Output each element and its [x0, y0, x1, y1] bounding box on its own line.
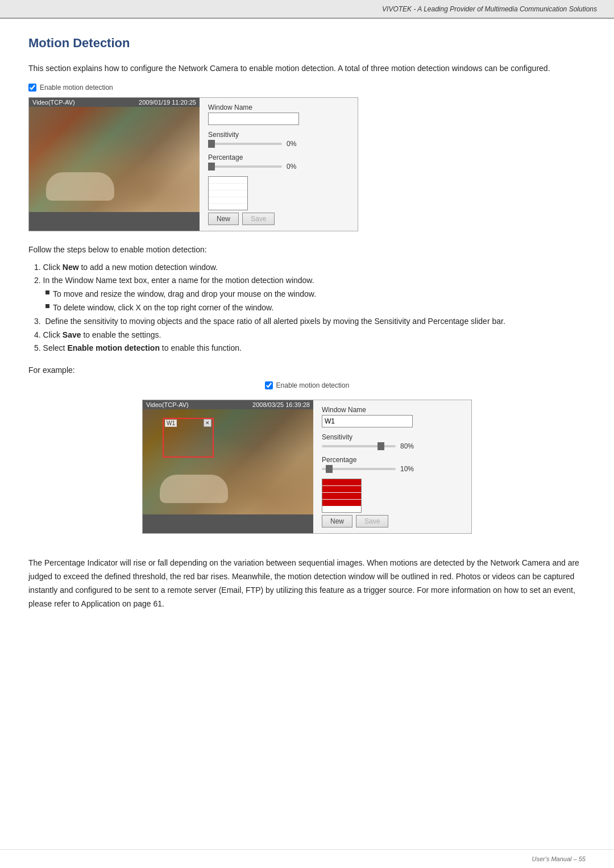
percentage-thumb-1[interactable] [208, 163, 215, 171]
list-row-red-1 [322, 479, 361, 486]
percentage-value-1: 0% [287, 163, 304, 171]
sub-step-2-text: To delete window, click X on the top rig… [53, 301, 273, 315]
controls-panel-1: Window Name Sensitivity 0% Percentage [200, 98, 358, 231]
bullet-2 [45, 304, 49, 308]
step-4: 4. Click Save to enable the settings. [34, 329, 586, 342]
window-name-group-1: Window Name [208, 103, 349, 125]
for-example-label: For example: [28, 366, 586, 375]
example-inner: Enable motion detection Video(TCP-AV) 20… [142, 381, 472, 545]
save-button-2[interactable]: Save [356, 515, 388, 528]
video-image-1 [29, 107, 200, 212]
header-title: VIVOTEK - A Leading Provider of Multimed… [382, 5, 597, 13]
list-row-red-2 [322, 486, 361, 493]
save-button-1[interactable]: Save [242, 213, 275, 225]
w1-label: W1 [165, 420, 177, 427]
list-row-3 [209, 190, 247, 197]
bullet-1 [45, 290, 49, 294]
new-button-1[interactable]: New [208, 213, 239, 225]
sensitivity-group-1: Sensitivity 0% [208, 131, 349, 148]
sensitivity-group-2: Sensitivity 80% [322, 433, 463, 450]
page-header: VIVOTEK - A Leading Provider of Multimed… [0, 0, 614, 19]
list-box-1 [208, 176, 248, 210]
sensitivity-label-1: Sensitivity [208, 131, 349, 139]
window-name-input-1[interactable] [208, 113, 299, 125]
sensitivity-slider-row-1: 0% [208, 140, 349, 148]
percentage-value-2: 10% [400, 465, 417, 473]
sensitivity-thumb-2[interactable] [377, 442, 384, 450]
sub-step-1-text: To move and resize the window, drag and … [53, 288, 316, 301]
sub-step-2: To delete window, click X on the top rig… [45, 301, 586, 315]
list-row-1 [209, 177, 247, 184]
sensitivity-value-1: 0% [287, 140, 304, 148]
video-header-1: Video(TCP-AV) 2009/01/19 11:20:25 [29, 98, 200, 107]
sensitivity-slider-row-2: 80% [322, 442, 463, 450]
page-footer: User's Manual – 55 [0, 849, 614, 868]
w1-close-button[interactable]: ✕ [204, 419, 211, 427]
footer-text: User's Manual – 55 [532, 855, 586, 862]
w1-detection-box: W1 ✕ [163, 418, 214, 458]
step-1: 1. Click New to add a new motion detecti… [34, 261, 586, 275]
steps-section: Follow the steps below to enable motion … [28, 243, 586, 355]
steps-intro: Follow the steps below to enable motion … [28, 243, 586, 257]
video-label-2: Video(TCP-AV) [146, 401, 189, 408]
list-and-buttons-2: New Save [322, 479, 463, 528]
video-timestamp-2: 2008/03/25 16:39:28 [252, 401, 310, 408]
percentage-track-1 [208, 165, 282, 168]
new-button-2[interactable]: New [322, 515, 352, 528]
list-row-red-4 [322, 500, 361, 506]
list-row-red-3 [322, 493, 361, 500]
percentage-thumb-2[interactable] [326, 465, 333, 473]
enable-motion-checkbox-row[interactable]: Enable motion detection [28, 84, 586, 92]
video-header-2: Video(TCP-AV) 2008/03/25 16:39:28 [143, 400, 313, 409]
percentage-slider-row-1: 0% [208, 163, 349, 171]
sub-step-1: To move and resize the window, drag and … [45, 288, 586, 301]
list-and-buttons-1: New Save [208, 176, 349, 225]
percentage-slider-row-2: 10% [322, 465, 463, 473]
enable-motion-checkbox-row-2[interactable]: Enable motion detection [265, 381, 350, 389]
step-3: 3. Define the sensitivity to moving obje… [34, 315, 586, 329]
page-title: Motion Detection [28, 36, 586, 51]
percentage-group-2: Percentage 10% [322, 456, 463, 473]
ui-panel-2: Video(TCP-AV) 2008/03/25 16:39:28 W1 ✕ [142, 400, 472, 534]
sensitivity-track-2 [322, 445, 396, 447]
enable-motion-checkbox-2[interactable] [265, 381, 273, 389]
enable-motion-label: Enable motion detection [40, 84, 113, 92]
ui-panel-1: Video(TCP-AV) 2009/01/19 11:20:25 Window… [28, 97, 358, 231]
intro-text: This section explains how to configure t… [28, 62, 586, 74]
video-panel-1: Video(TCP-AV) 2009/01/19 11:20:25 [29, 98, 200, 231]
btn-row-1: New Save [208, 213, 349, 225]
percentage-label-2: Percentage [322, 456, 463, 464]
percentage-group-1: Percentage 0% [208, 153, 349, 171]
step-5: 5. Select Enable motion detection to ena… [34, 342, 586, 355]
sensitivity-value-2: 80% [400, 442, 417, 450]
sensitivity-thumb-1[interactable] [208, 140, 215, 148]
sofa-shape-1 [46, 172, 114, 201]
controls-panel-2: Window Name Sensitivity 80% [313, 400, 471, 533]
list-row-2 [209, 184, 247, 190]
list-box-2 [322, 479, 362, 513]
percentage-label-1: Percentage [208, 153, 349, 161]
video-panel-2: Video(TCP-AV) 2008/03/25 16:39:28 W1 ✕ [143, 400, 313, 533]
step-2: 2. In the Window Name text box, enter a … [34, 274, 586, 288]
video-image-2: W1 ✕ [143, 409, 313, 514]
bottom-text: The Percentage Indicator will rise or fa… [28, 556, 586, 610]
window-name-input-2[interactable] [322, 415, 413, 427]
sensitivity-track-1 [208, 143, 282, 145]
list-row-4 [209, 197, 247, 204]
enable-motion-label-2: Enable motion detection [276, 381, 350, 389]
sofa-shape-2 [160, 475, 228, 503]
percentage-track-2 [322, 468, 396, 470]
btn-row-2: New Save [322, 515, 463, 528]
sensitivity-label-2: Sensitivity [322, 433, 463, 441]
enable-motion-checkbox[interactable] [28, 84, 36, 92]
example-section: Enable motion detection Video(TCP-AV) 20… [28, 381, 586, 545]
video-label-1: Video(TCP-AV) [32, 99, 75, 106]
content-area: Motion Detection This section explains h… [0, 19, 614, 849]
video-timestamp-1: 2009/01/19 11:20:25 [139, 99, 196, 106]
window-name-group-2: Window Name [322, 406, 463, 427]
window-name-label-2: Window Name [322, 406, 463, 414]
window-name-label-1: Window Name [208, 103, 349, 111]
